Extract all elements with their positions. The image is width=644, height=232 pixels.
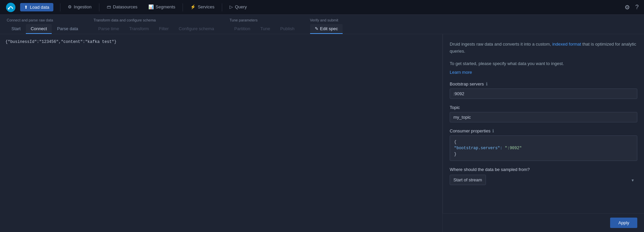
services-icon: ⚡ <box>190 4 196 9</box>
indexed-format-link[interactable]: indexed format <box>552 42 581 47</box>
nav-separator-1 <box>60 3 60 11</box>
sample-from-group: Where should the data be sampled from? S… <box>450 167 637 185</box>
datasources-icon: 🗃 <box>107 4 111 9</box>
topic-group: Topic <box>450 105 637 122</box>
tab-edit-spec[interactable]: ✎ Edit spec <box>310 24 343 34</box>
help-description-2: To get started, please specify what data… <box>450 60 637 67</box>
tab-parse-data[interactable]: Parse data <box>52 24 83 34</box>
step-bar: Connect and parse raw data Start Connect… <box>0 15 644 34</box>
page-wrapper: ⬆ Load data ⚙ Ingestion 🗃 Datasources 📊 … <box>0 0 644 232</box>
step-group-transform: Transform data and configure schema Pars… <box>94 18 219 34</box>
step-tabs-connect: Start Connect Parse data <box>7 24 83 34</box>
help-text-1: Druid ingests raw data and converts it i… <box>450 42 552 47</box>
nav-label-query: Query <box>235 4 247 9</box>
nav-item-query[interactable]: ▷ Query <box>225 0 251 15</box>
consumer-label-text: Consumer properties <box>450 128 490 133</box>
consumer-json-key-line: "bootstrap.servers": ":9092" <box>454 145 633 151</box>
consumer-properties-group: Consumer properties ℹ { "bootstrap.serve… <box>450 128 637 161</box>
main-area: {"businessId":"123456","content":"kafka … <box>0 34 644 232</box>
tab-parse-time[interactable]: Parse time <box>94 24 124 34</box>
right-config-panel: Druid ingests raw data and converts it i… <box>443 34 644 232</box>
step-tabs-tune: Partition Tune Publish <box>230 24 299 34</box>
consumer-properties-code[interactable]: { "bootstrap.servers": ":9092" } <box>450 135 637 161</box>
step-group-label-verify: Verify and submit <box>310 18 343 22</box>
nav-separator-2 <box>99 3 99 11</box>
svg-point-0 <box>6 3 15 12</box>
content-wrapper: ⬆ Load data ⚙ Ingestion 🗃 Datasources 📊 … <box>0 0 644 232</box>
help-button[interactable]: ? <box>635 4 639 11</box>
consumer-json-line3: } <box>454 151 633 157</box>
druid-logo-icon <box>5 2 16 13</box>
sample-select-row: Start of stream End of stream Custom <box>450 175 637 185</box>
bootstrap-label-text: Bootstrap servers <box>450 81 484 86</box>
bootstrap-info-icon[interactable]: ℹ <box>486 81 488 86</box>
nav-item-services[interactable]: ⚡ Services <box>186 0 219 15</box>
step-groups: Connect and parse raw data Start Connect… <box>7 18 637 34</box>
edit-spec-icon: ✎ <box>315 26 318 31</box>
bootstrap-label: Bootstrap servers ℹ <box>450 81 637 86</box>
query-icon: ▷ <box>230 4 233 9</box>
consumer-label: Consumer properties ℹ <box>450 128 637 133</box>
nav-label-services: Services <box>198 4 214 9</box>
nav-label-ingestion: Ingestion <box>74 4 92 9</box>
nav-label-datasources: Datasources <box>113 4 138 9</box>
sample-from-select[interactable]: Start of stream End of stream Custom <box>450 175 486 185</box>
topic-label-text: Topic <box>450 105 460 110</box>
step-group-verify: Verify and submit ✎ Edit spec <box>310 18 343 34</box>
topic-input[interactable] <box>450 112 637 122</box>
nav-item-ingestion[interactable]: ⚙ Ingestion <box>63 0 96 15</box>
nav-item-segments[interactable]: 📊 Segments <box>144 0 180 15</box>
apply-button[interactable]: Apply <box>610 218 637 228</box>
load-data-button[interactable]: ⬆ Load data <box>20 3 53 11</box>
sample-select-wrapper: Start of stream End of stream Custom <box>450 175 637 185</box>
edit-spec-label: Edit spec <box>320 26 338 31</box>
consumer-json-key: "bootstrap.servers": <box>454 146 502 151</box>
help-text-3: To get started, please specify what data… <box>450 61 564 66</box>
bootstrap-servers-input[interactable] <box>450 89 637 99</box>
tab-transform[interactable]: Transform <box>125 24 154 34</box>
nav-separator-4 <box>222 3 222 11</box>
tab-start[interactable]: Start <box>7 24 25 34</box>
consumer-json-val: ":9092" <box>502 146 522 151</box>
step-group-tune: Tune parameters Partition Tune Publish <box>230 18 299 34</box>
step-tabs-verify: ✎ Edit spec <box>310 24 343 34</box>
settings-button[interactable]: ⚙ <box>625 4 630 11</box>
step-group-connect-parse: Connect and parse raw data Start Connect… <box>7 18 83 34</box>
tab-publish[interactable]: Publish <box>276 24 299 34</box>
step-group-label-connect: Connect and parse raw data <box>7 18 83 22</box>
sample-label-text: Where should the data be sampled from? <box>450 167 637 172</box>
tab-tune[interactable]: Tune <box>256 24 275 34</box>
help-description: Druid ingests raw data and converts it i… <box>450 41 637 55</box>
nav-right-icons: ⚙ ? <box>625 4 639 11</box>
step-group-label-transform: Transform data and configure schema <box>94 18 219 22</box>
learn-more-link[interactable]: Learn more <box>450 70 637 75</box>
tab-partition[interactable]: Partition <box>230 24 255 34</box>
step-group-label-tune: Tune parameters <box>230 18 299 22</box>
tab-filter[interactable]: Filter <box>154 24 174 34</box>
consumer-info-icon[interactable]: ℹ <box>492 128 494 133</box>
load-data-icon: ⬆ <box>24 5 28 10</box>
topic-label: Topic <box>450 105 637 110</box>
load-data-label: Load data <box>30 5 49 10</box>
top-navigation: ⬆ Load data ⚙ Ingestion 🗃 Datasources 📊 … <box>0 0 644 15</box>
data-content: {"businessId":"123456","content":"kafka … <box>5 40 437 44</box>
bootstrap-servers-group: Bootstrap servers ℹ <box>450 81 637 99</box>
data-preview-panel: {"businessId":"123456","content":"kafka … <box>0 34 443 232</box>
apply-bar: Apply <box>443 213 644 232</box>
logo-area <box>5 2 16 13</box>
nav-separator-3 <box>183 3 183 11</box>
consumer-json-line1: { <box>454 139 633 145</box>
ingestion-icon: ⚙ <box>68 4 72 9</box>
step-tabs-transform: Parse time Transform Filter Configure sc… <box>94 24 219 34</box>
svg-point-1 <box>8 8 10 9</box>
nav-item-datasources[interactable]: 🗃 Datasources <box>102 0 142 15</box>
nav-label-segments: Segments <box>156 4 176 9</box>
tab-connect[interactable]: Connect <box>26 24 51 34</box>
segments-icon: 📊 <box>148 4 154 9</box>
tab-configure-schema[interactable]: Configure schema <box>174 24 219 34</box>
